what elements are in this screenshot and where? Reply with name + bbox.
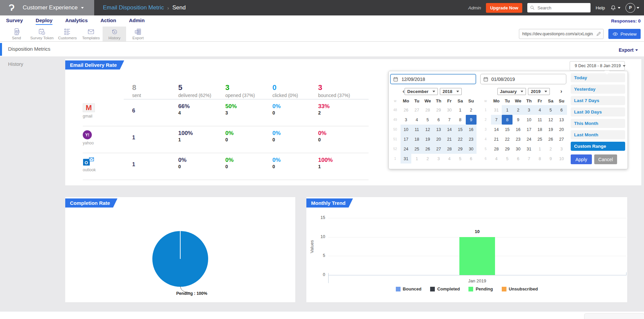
date-range-button[interactable]: 9 Dec 2018 - 8 Jan 2019 — [570, 61, 625, 71]
nav-survey[interactable]: Survey — [6, 17, 23, 25]
workspace-switcher[interactable]: Customer Experience — [23, 4, 83, 11]
toolbar-export[interactable]: X Export — [126, 27, 150, 41]
toolbar-survey-token[interactable]: 31 Survey Token — [28, 27, 55, 41]
calendar-day[interactable]: 7 — [444, 115, 455, 125]
calendar-day[interactable]: 23 — [513, 134, 523, 144]
calendar-day[interactable]: 7 — [491, 115, 502, 125]
calendar-day[interactable]: 2 — [466, 105, 477, 115]
calendar-day[interactable]: 2 — [513, 105, 523, 115]
quick-range-last-7-days[interactable]: Last 7 Days — [571, 96, 625, 105]
calendar-day[interactable]: 9 — [513, 115, 523, 125]
calendar-day[interactable]: 5 — [545, 105, 556, 115]
search-input[interactable] — [537, 5, 582, 11]
calendar-day[interactable]: 4 — [411, 115, 422, 125]
calendar-day[interactable]: 20 — [433, 134, 444, 144]
calendar-day[interactable]: 1 — [411, 154, 422, 164]
calendar-day[interactable]: 1 — [502, 105, 513, 115]
calendar-day[interactable]: 6 — [513, 154, 523, 164]
calendar-day[interactable]: 31 — [491, 105, 502, 115]
calendar-day[interactable]: 27 — [411, 105, 422, 115]
cancel-button[interactable]: Cancel — [594, 154, 617, 164]
help-link[interactable]: Help — [596, 5, 605, 10]
preview-button[interactable]: Preview — [608, 29, 641, 39]
calendar-day[interactable]: 31 — [524, 144, 534, 154]
calendar-day[interactable]: 9 — [545, 154, 556, 164]
calendar-day[interactable]: 26 — [401, 105, 411, 115]
calendar-day[interactable]: 4 — [491, 154, 502, 164]
calendar-day[interactable]: 14 — [444, 125, 455, 134]
sidebar-item-disposition-metrics[interactable]: Disposition Metrics — [8, 46, 50, 52]
calendar-day[interactable]: 3 — [556, 144, 567, 154]
calendar-day[interactable]: 30 — [466, 144, 477, 154]
calendar-day[interactable]: 3 — [524, 105, 534, 115]
calendar-day[interactable]: 8 — [534, 154, 545, 164]
calendar-day[interactable]: 3 — [433, 154, 444, 164]
calendar-day[interactable]: 27 — [433, 144, 444, 154]
legend-bounced[interactable]: Bounced — [396, 286, 422, 291]
calendar-day[interactable]: 17 — [401, 134, 411, 144]
apply-button[interactable]: Apply — [571, 154, 592, 164]
calendar-day[interactable]: 12 — [545, 115, 556, 125]
calendar-day[interactable]: 24 — [524, 134, 534, 144]
calendar-day[interactable]: 28 — [491, 144, 502, 154]
year-select[interactable]: 2018 — [440, 88, 462, 95]
calendar-day[interactable]: 25 — [411, 144, 422, 154]
quick-range-custom[interactable]: Custom Range — [571, 142, 625, 151]
calendar-day[interactable]: 25 — [534, 134, 545, 144]
calendar-day[interactable]: 1 — [534, 144, 545, 154]
nav-analytics[interactable]: Analytics — [65, 17, 88, 25]
calendar-day[interactable]: 7 — [524, 154, 534, 164]
calendar-day[interactable]: 13 — [556, 115, 567, 125]
calendar-day[interactable]: 23 — [466, 134, 477, 144]
calendar-day[interactable]: 3 — [401, 115, 411, 125]
notifications-button[interactable] — [610, 5, 620, 11]
calendar-day[interactable]: 11 — [411, 125, 422, 134]
calendar-day[interactable]: 28 — [444, 144, 455, 154]
toolbar-send[interactable]: Send — [5, 27, 28, 41]
edit-pencil-icon[interactable] — [596, 31, 601, 36]
calendar-day[interactable]: 18 — [534, 125, 545, 134]
calendar-day[interactable]: 12 — [422, 125, 433, 134]
nav-action[interactable]: Action — [101, 17, 116, 25]
calendar-day[interactable]: 2 — [545, 144, 556, 154]
quick-range-today[interactable]: Today — [571, 73, 625, 82]
calendar-day[interactable]: 19 — [422, 134, 433, 144]
calendar-day[interactable]: 10 — [524, 115, 534, 125]
calendar-day[interactable]: 14 — [491, 125, 502, 134]
calendar-day[interactable]: 5 — [422, 115, 433, 125]
calendar-day[interactable]: 19 — [545, 125, 556, 134]
calendar-day[interactable]: 6 — [433, 115, 444, 125]
export-dropdown[interactable]: Export — [619, 47, 638, 53]
calendar-day[interactable]: 5 — [455, 154, 465, 164]
calendar-day[interactable]: 15 — [455, 125, 465, 134]
calendar-day[interactable]: 4 — [534, 105, 545, 115]
toolbar-templates[interactable]: Templates — [79, 27, 103, 41]
calendar-day[interactable]: 5 — [502, 154, 513, 164]
calendar-day[interactable]: 26 — [545, 134, 556, 144]
end-date-input[interactable] — [480, 74, 566, 84]
calendar-day[interactable]: 31 — [401, 154, 411, 164]
quick-range-last-month[interactable]: Last Month — [571, 130, 625, 139]
calendar-day[interactable]: 22 — [455, 134, 465, 144]
calendar-next-icon[interactable]: › — [560, 88, 562, 95]
calendar-day[interactable]: 18 — [411, 134, 422, 144]
bottom-widget-tab[interactable] — [584, 313, 644, 319]
calendar-day[interactable]: 8 — [455, 115, 465, 125]
survey-url-input[interactable] — [519, 29, 604, 39]
breadcrumb-survey-link[interactable]: Email Disposition Metric — [103, 4, 164, 11]
calendar-day[interactable]: 15 — [502, 125, 513, 134]
calendar-day[interactable]: 13 — [433, 125, 444, 134]
legend-completed[interactable]: Completed — [430, 286, 460, 291]
calendar-day[interactable]: 17 — [524, 125, 534, 134]
calendar-day[interactable]: 10 — [401, 125, 411, 134]
calendar-day[interactable]: 29 — [433, 105, 444, 115]
calendar-day[interactable]: 16 — [513, 125, 523, 134]
calendar-day[interactable]: 4 — [444, 154, 455, 164]
calendar-day[interactable]: 26 — [422, 144, 433, 154]
calendar-day[interactable]: 21 — [444, 134, 455, 144]
quick-range-yesterday[interactable]: Yesterday — [571, 85, 625, 94]
profile-menu[interactable]: P — [626, 3, 639, 13]
calendar-day[interactable]: 8 — [502, 115, 513, 125]
toolbar-history[interactable]: $ History — [103, 27, 126, 41]
calendar-prev-icon[interactable]: ‹ — [403, 88, 405, 95]
